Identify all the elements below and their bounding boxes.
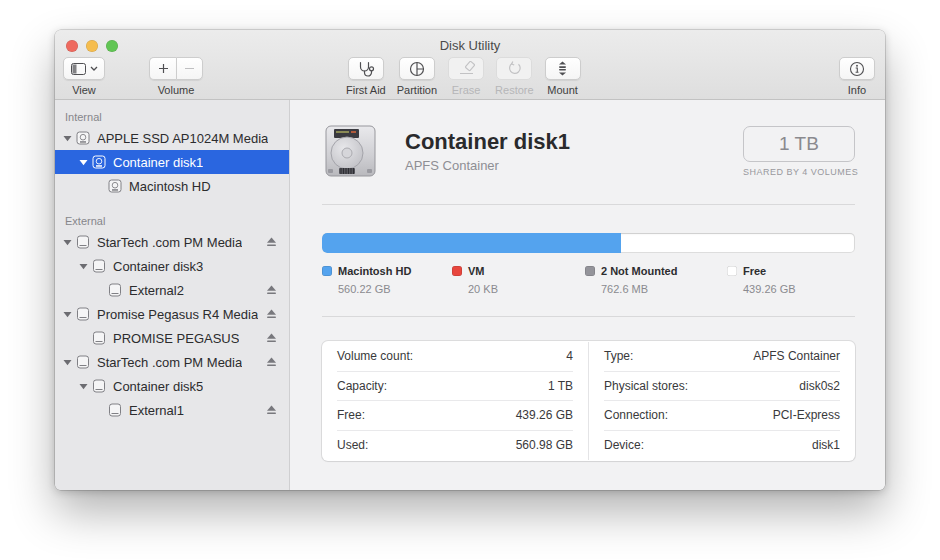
legend-item: VM 20 KB — [452, 265, 585, 295]
erase-button[interactable] — [448, 57, 484, 80]
sidebar: Internal APPLE SSD AP1024M Media Contain… — [55, 100, 290, 490]
legend-swatch — [727, 266, 737, 276]
minimize-button[interactable] — [86, 40, 98, 52]
volume-header: Container disk1 APFS Container 1 TB SHAR… — [290, 100, 885, 204]
stethoscope-icon — [357, 61, 375, 77]
header-divider — [322, 204, 855, 205]
external-disk-icon — [91, 330, 107, 346]
remove-volume-button[interactable] — [176, 57, 203, 80]
legend-swatch — [452, 266, 462, 276]
detail-row: Connection:PCI-Express — [604, 401, 840, 431]
external-disk-icon — [107, 402, 123, 418]
legend-item: Macintosh HD 560.22 GB — [322, 265, 452, 295]
sidebar-item-label: Macintosh HD — [129, 179, 211, 194]
internal-disk-icon — [75, 130, 91, 146]
sidebar-item-macintosh-hd[interactable]: Macintosh HD — [55, 174, 289, 198]
legend-swatch — [585, 266, 595, 276]
detail-value: disk0s2 — [799, 379, 840, 393]
minus-icon — [184, 63, 195, 74]
sidebar-item-label: Promise Pegasus R4 Media — [97, 307, 258, 322]
external-disk-icon — [91, 258, 107, 274]
volume-subtitle: APFS Container — [405, 158, 570, 173]
undo-arrow-icon — [507, 61, 522, 76]
sidebar-item-external1[interactable]: External1 — [55, 398, 289, 422]
disclosure-triangle-icon[interactable] — [62, 135, 73, 142]
close-button[interactable] — [66, 40, 78, 52]
volume-title-block: Container disk1 APFS Container — [405, 130, 570, 172]
mount-toolbar-item: Mount — [545, 57, 581, 96]
sidebar-item-label: External1 — [129, 403, 184, 418]
usage-section — [322, 233, 855, 253]
partition-pie-icon — [409, 61, 425, 77]
details-card: Volume count:4 Capacity:1 TB Free:439.26… — [322, 341, 855, 461]
internal-disk-icon — [107, 178, 123, 194]
legend-item: Free 439.26 GB — [727, 265, 796, 295]
restore-button[interactable] — [496, 57, 532, 80]
disclosure-triangle-icon[interactable] — [62, 311, 73, 318]
first-aid-label: First Aid — [346, 84, 386, 96]
disclosure-triangle-icon[interactable] — [78, 383, 89, 390]
sidebar-item-apple-ssd[interactable]: APPLE SSD AP1024M Media — [55, 126, 289, 150]
disclosure-triangle-icon[interactable] — [62, 239, 73, 246]
window-title: Disk Utility — [55, 30, 885, 53]
sidebar-section-internal: Internal — [55, 106, 289, 126]
detail-value: 4 — [566, 349, 573, 363]
eject-button[interactable] — [266, 332, 277, 344]
legend-value: 560.22 GB — [338, 283, 452, 295]
legend-value: 762.6 MB — [601, 283, 727, 295]
eject-button[interactable] — [266, 236, 277, 248]
eject-button[interactable] — [266, 308, 277, 320]
detail-label: Device: — [604, 438, 644, 452]
view-toolbar-item: View — [63, 57, 105, 96]
legend-value: 20 KB — [468, 283, 585, 295]
disclosure-triangle-icon[interactable] — [78, 159, 89, 166]
sidebar-item-label: Container disk5 — [113, 379, 203, 394]
disclosure-triangle-icon[interactable] — [62, 359, 73, 366]
sidebar-item-startech-1[interactable]: StarTech .com PM Media — [55, 230, 289, 254]
info-label: Info — [848, 84, 866, 96]
legend-name: Free — [743, 265, 766, 277]
eject-button[interactable] — [266, 284, 277, 296]
sidebar-item-label: Container disk3 — [113, 259, 203, 274]
volume-label: Volume — [158, 84, 195, 96]
info-button[interactable] — [839, 57, 875, 80]
capacity-block: 1 TB SHARED BY 4 VOLUMES — [743, 126, 855, 177]
sidebar-item-label: StarTech .com PM Media — [97, 355, 242, 370]
sidebar-item-container-disk3[interactable]: Container disk3 — [55, 254, 289, 278]
eject-button[interactable] — [266, 356, 277, 368]
detail-label: Free: — [337, 408, 365, 422]
legend-name: VM — [468, 265, 485, 277]
external-disk-icon — [75, 354, 91, 370]
external-disk-icon — [91, 378, 107, 394]
sidebar-item-promise-pegasus-media[interactable]: Promise Pegasus R4 Media — [55, 302, 289, 326]
external-disk-icon — [75, 306, 91, 322]
chevron-down-icon — [90, 66, 98, 71]
sidebar-item-startech-2[interactable]: StarTech .com PM Media — [55, 350, 289, 374]
detail-row: Physical stores:disk0s2 — [604, 372, 840, 402]
volume-toolbar-item: Volume — [149, 57, 203, 96]
detail-label: Connection: — [604, 408, 668, 422]
sidebar-item-label: External2 — [129, 283, 184, 298]
detail-value: 1 TB — [548, 379, 573, 393]
sidebar-item-external2[interactable]: External2 — [55, 278, 289, 302]
sidebar-item-container-disk5[interactable]: Container disk5 — [55, 374, 289, 398]
capacity-value: 1 TB — [743, 126, 855, 162]
legend-item: 2 Not Mounted 762.6 MB — [585, 265, 727, 295]
sidebar-item-promise-pegasus[interactable]: PROMISE PEGASUS — [55, 326, 289, 350]
sidebar-item-label: Container disk1 — [113, 155, 203, 170]
main-panel: Container disk1 APFS Container 1 TB SHAR… — [290, 100, 885, 490]
mount-button[interactable] — [545, 57, 581, 80]
detail-label: Physical stores: — [604, 379, 688, 393]
view-button[interactable] — [63, 57, 105, 80]
detail-row: Device:disk1 — [604, 431, 840, 461]
disclosure-triangle-icon[interactable] — [78, 263, 89, 270]
details-right-column: Type:APFS Container Physical stores:disk… — [588, 342, 855, 460]
usage-bar-fill — [322, 233, 621, 253]
eject-button[interactable] — [266, 404, 277, 416]
partition-button[interactable] — [399, 57, 435, 80]
sidebar-item-container-disk1[interactable]: Container disk1 — [55, 150, 289, 174]
zoom-button[interactable] — [106, 40, 118, 52]
detail-label: Capacity: — [337, 379, 387, 393]
add-volume-button[interactable] — [149, 57, 176, 80]
first-aid-button[interactable] — [348, 57, 384, 80]
